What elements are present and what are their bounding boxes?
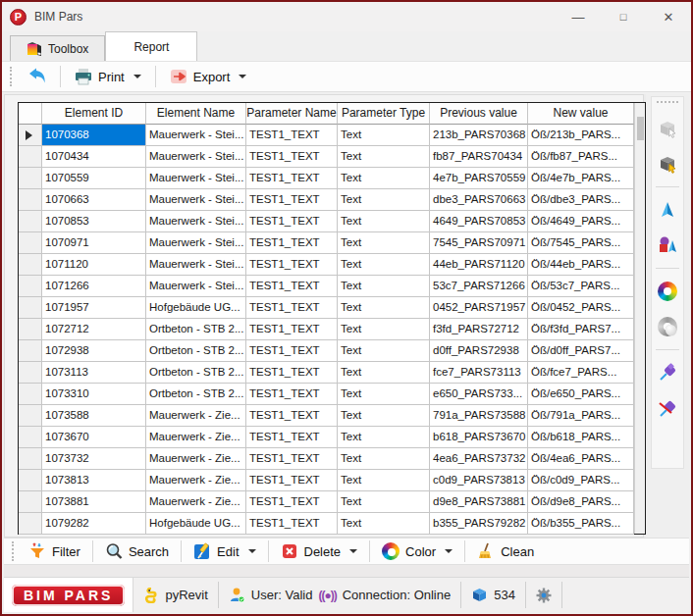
header-corner[interactable] bbox=[19, 103, 42, 125]
table-cell[interactable]: 1079282 bbox=[42, 513, 146, 535]
table-cell[interactable]: TEST1_TEXT bbox=[246, 513, 338, 535]
table-cell[interactable]: Mauerwerk - Zie... bbox=[146, 427, 246, 448]
table-cell[interactable]: Mauerwerk - Stei... bbox=[146, 168, 246, 189]
table-cell[interactable]: Text bbox=[338, 362, 430, 384]
table-cell[interactable]: f3fd_PARS72712 bbox=[430, 319, 528, 340]
table-cell[interactable]: 1073113 bbox=[42, 362, 146, 384]
table-cell[interactable]: 1070368 bbox=[42, 125, 146, 146]
table-cell[interactable]: TEST1_TEXT bbox=[246, 405, 338, 427]
table-cell[interactable]: Öß/b618_PARS... bbox=[528, 427, 634, 448]
table-cell[interactable]: TEST1_TEXT bbox=[246, 254, 338, 276]
table-cell[interactable]: Öß/4649_PARS... bbox=[528, 211, 634, 232]
table-cell[interactable]: Text bbox=[338, 211, 430, 232]
table-row[interactable]: 1071120Mauerwerk - Stei...TEST1_TEXTText… bbox=[19, 254, 645, 276]
table-cell[interactable]: dbe3_PARS70663 bbox=[430, 189, 528, 211]
column-header[interactable]: Element ID bbox=[42, 103, 146, 125]
row-header[interactable] bbox=[19, 125, 42, 146]
toolbar-grip[interactable] bbox=[12, 541, 16, 561]
table-cell[interactable]: Text bbox=[338, 491, 430, 513]
row-header[interactable] bbox=[19, 513, 42, 535]
table-cell[interactable]: Text bbox=[338, 146, 430, 168]
pick-element-button[interactable] bbox=[654, 149, 681, 179]
table-cell[interactable]: TEST1_TEXT bbox=[246, 232, 338, 254]
table-row[interactable]: 1070971Mauerwerk - Stei...TEST1_TEXTText… bbox=[19, 232, 645, 254]
row-header[interactable] bbox=[19, 319, 42, 340]
table-cell[interactable]: Text bbox=[338, 297, 430, 319]
table-cell[interactable]: 1070663 bbox=[42, 189, 146, 211]
table-cell[interactable]: Text bbox=[338, 168, 430, 189]
table-cell[interactable]: TEST1_TEXT bbox=[246, 427, 338, 448]
row-header[interactable] bbox=[19, 146, 42, 168]
table-cell[interactable]: 1070434 bbox=[42, 146, 146, 168]
table-cell[interactable]: Öß/b355_PARS... bbox=[528, 513, 634, 535]
table-cell[interactable]: Öß/fce7_PARS... bbox=[528, 362, 634, 384]
table-cell[interactable]: Ortbeton - STB 2... bbox=[146, 340, 246, 362]
table-row[interactable]: 1072938Ortbeton - STB 2...TEST1_TEXTText… bbox=[19, 340, 645, 362]
table-cell[interactable]: Öß/f3fd_PARS7... bbox=[528, 319, 634, 340]
table-cell[interactable]: TEST1_TEXT bbox=[246, 297, 338, 319]
clean-button[interactable]: Clean bbox=[470, 539, 541, 563]
table-cell[interactable]: 7545_PARS70971 bbox=[430, 232, 528, 254]
table-cell[interactable]: Mauerwerk - Zie... bbox=[146, 470, 246, 491]
table-row[interactable]: 1072712Ortbeton - STB 2...TEST1_TEXTText… bbox=[19, 319, 645, 340]
table-cell[interactable]: TEST1_TEXT bbox=[246, 448, 338, 470]
table-cell[interactable]: Text bbox=[338, 513, 430, 535]
pyrevit-section[interactable]: pyRevit bbox=[133, 578, 217, 612]
table-row[interactable]: 1073881Mauerwerk - Zie...TEST1_TEXTTextd… bbox=[19, 491, 645, 513]
table-cell[interactable]: Text bbox=[338, 384, 430, 405]
table-cell[interactable]: TEST1_TEXT bbox=[246, 470, 338, 491]
tab-report[interactable]: Report bbox=[105, 31, 197, 61]
table-cell[interactable]: 1071957 bbox=[42, 297, 146, 319]
table-cell[interactable]: fb87_PARS70434 bbox=[430, 146, 528, 168]
table-cell[interactable]: TEST1_TEXT bbox=[246, 125, 338, 146]
table-cell[interactable]: 0452_PARS71957 bbox=[430, 297, 528, 319]
table-cell[interactable]: Text bbox=[338, 254, 430, 276]
column-header[interactable]: Parameter Name bbox=[246, 103, 338, 125]
table-cell[interactable]: TEST1_TEXT bbox=[246, 319, 338, 340]
table-cell[interactable]: TEST1_TEXT bbox=[246, 211, 338, 232]
table-cell[interactable]: Öß/4e7b_PARS... bbox=[528, 168, 634, 189]
table-cell[interactable]: 1073881 bbox=[42, 491, 146, 513]
table-row[interactable]: 1070434Mauerwerk - Stei...TEST1_TEXTText… bbox=[19, 146, 645, 168]
vertical-scrollbar[interactable] bbox=[634, 103, 645, 534]
row-header[interactable] bbox=[19, 427, 42, 448]
table-cell[interactable]: TEST1_TEXT bbox=[246, 276, 338, 297]
table-cell[interactable]: Öß/53c7_PARS... bbox=[528, 276, 634, 297]
table-cell[interactable]: Öß/c0d9_PARS... bbox=[528, 470, 634, 491]
table-cell[interactable]: 1070853 bbox=[42, 211, 146, 232]
row-header[interactable] bbox=[19, 470, 42, 491]
column-header[interactable]: Previous value bbox=[430, 103, 528, 125]
toolbar-grip[interactable] bbox=[10, 67, 14, 86]
table-cell[interactable]: Öß/213b_PARS... bbox=[528, 125, 634, 146]
table-row[interactable]: 1073813Mauerwerk - Zie...TEST1_TEXTTextc… bbox=[19, 470, 645, 491]
color-elements-button[interactable] bbox=[654, 277, 681, 306]
table-cell[interactable]: c0d9_PARS73813 bbox=[430, 470, 528, 491]
table-cell[interactable]: Mauerwerk - Stei... bbox=[146, 146, 246, 168]
minimize-button[interactable]: — bbox=[556, 2, 601, 31]
edit-button[interactable]: Edit bbox=[187, 539, 262, 563]
table-row[interactable]: 1071266Mauerwerk - Stei...TEST1_TEXTText… bbox=[19, 276, 645, 297]
table-cell[interactable]: Text bbox=[338, 470, 430, 491]
table-cell[interactable]: Mauerwerk - Stei... bbox=[146, 232, 246, 254]
table-cell[interactable]: TEST1_TEXT bbox=[246, 491, 338, 513]
table-cell[interactable]: Mauerwerk - Zie... bbox=[146, 405, 246, 427]
maximize-button[interactable]: □ bbox=[601, 2, 646, 31]
table-cell[interactable]: Mauerwerk - Stei... bbox=[146, 189, 246, 211]
close-button[interactable]: ✕ bbox=[646, 2, 691, 31]
table-cell[interactable]: Mauerwerk - Stei... bbox=[146, 125, 246, 146]
column-header[interactable]: Parameter Type bbox=[338, 103, 430, 125]
table-row[interactable]: 1073113Ortbeton - STB 2...TEST1_TEXTText… bbox=[19, 362, 645, 384]
row-header[interactable] bbox=[19, 405, 42, 427]
table-row[interactable]: 1073670Mauerwerk - Zie...TEST1_TEXTTextb… bbox=[19, 427, 645, 448]
table-row[interactable]: 1073310Ortbeton - STB 2...TEST1_TEXTText… bbox=[19, 384, 645, 405]
table-cell[interactable]: Text bbox=[338, 340, 430, 362]
table-cell[interactable]: Öß/4ea6_PARS... bbox=[528, 448, 634, 470]
table-cell[interactable]: 213b_PARS70368 bbox=[430, 125, 528, 146]
table-cell[interactable]: Ortbeton - STB 2... bbox=[146, 362, 246, 384]
color-button[interactable]: Color bbox=[375, 539, 459, 563]
table-cell[interactable]: Öß/0452_PARS... bbox=[528, 297, 634, 319]
row-header[interactable] bbox=[19, 362, 42, 384]
table-cell[interactable]: Text bbox=[338, 232, 430, 254]
table-cell[interactable]: Öß/dbe3_PARS... bbox=[528, 189, 634, 211]
table-cell[interactable]: Text bbox=[338, 276, 430, 297]
